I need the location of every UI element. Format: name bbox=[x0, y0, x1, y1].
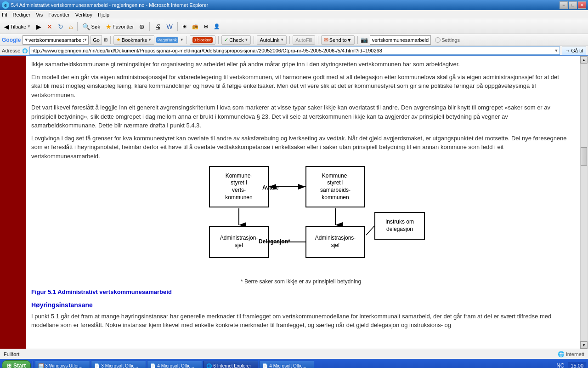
autolink-arrow-icon: ▼ bbox=[280, 38, 284, 42]
menubar: Fil Rediger Vis Favoritter Verktøy Hjelp bbox=[0, 10, 588, 19]
forward-button[interactable]: ▶ bbox=[34, 21, 44, 33]
blocked-badge: 3 blocked bbox=[192, 37, 213, 43]
toolbar-more-button[interactable]: ⊞ bbox=[180, 21, 189, 33]
print-button[interactable]: 🖨 bbox=[152, 21, 163, 33]
autolink-button[interactable]: AutoLink ▼ bbox=[257, 35, 287, 45]
box-admin-sam: Administrasjons- sjef bbox=[305, 226, 365, 258]
forward-icon: ▶ bbox=[36, 23, 41, 30]
box-kommunestyret-verts: Kommune- styret i verts- kommunen bbox=[209, 166, 269, 207]
google-right-search-box[interactable]: vertskommunesamarbeid bbox=[370, 35, 431, 45]
word-button[interactable]: W bbox=[164, 21, 175, 33]
toolbar-separator-1 bbox=[77, 22, 78, 31]
google-options-icon[interactable]: ⊞ bbox=[104, 37, 107, 42]
box-kommunestyret-sam: Kommune- styret i samarbeids- kommunen bbox=[305, 166, 365, 207]
search-icon: 🔍 bbox=[82, 23, 90, 30]
goto-button[interactable]: → Gå til bbox=[562, 46, 586, 55]
google-logo: Google bbox=[2, 37, 21, 43]
taskbar-label-3: 6 Internet Explorer bbox=[213, 363, 251, 368]
box-instruks: Instruks om delegasjon bbox=[374, 212, 425, 240]
history-button[interactable]: ⊕ bbox=[137, 21, 147, 33]
titlebar: e 5.4 Administrativt vertskommunesamarbe… bbox=[0, 0, 588, 10]
taskbar-label-0: 3 Windows Utfor... bbox=[45, 363, 82, 368]
taskbar-icon-4: 📄 bbox=[262, 363, 268, 368]
media-icon: 📻 bbox=[192, 23, 198, 29]
toolbar-media-button[interactable]: 📻 bbox=[190, 21, 201, 33]
sendto-button[interactable]: ✉ Send to▼ bbox=[321, 35, 355, 45]
settings-button[interactable]: Settings bbox=[433, 35, 462, 45]
close-button[interactable]: ✕ bbox=[578, 1, 586, 9]
bookmarks-label: Bookmarks bbox=[122, 37, 147, 43]
stop-button[interactable]: ✕ bbox=[45, 21, 55, 33]
menu-verktoy[interactable]: Verktøy bbox=[75, 12, 92, 17]
taskbar-right: NC 15:00 bbox=[556, 362, 586, 368]
ie-logo-icon: e bbox=[2, 1, 9, 9]
pagerank-badge: PageRank bbox=[156, 37, 178, 43]
blocked-button[interactable]: 3 blocked bbox=[190, 35, 216, 45]
address-dropdown-icon[interactable]: ▼ bbox=[554, 48, 558, 53]
google-toolbar-sep-7 bbox=[357, 36, 358, 44]
bookmarks-button[interactable]: ★ Bookmarks ▼ bbox=[113, 35, 154, 45]
scroll-track[interactable] bbox=[580, 63, 588, 341]
toolbar-user-button[interactable]: 👤 bbox=[211, 21, 222, 33]
taskbar-item-3[interactable]: 🌐 6 Internet Explorer bbox=[203, 361, 258, 368]
sendto-label: Send to▼ bbox=[329, 37, 352, 43]
bookmarks-star-icon: ★ bbox=[116, 37, 121, 43]
search-arrow-icon[interactable]: ▼ bbox=[84, 38, 87, 42]
refresh-button[interactable]: ↻ bbox=[56, 21, 66, 33]
address-lock-icon: 🌐 bbox=[22, 48, 28, 53]
home-button[interactable]: ⌂ bbox=[67, 21, 75, 33]
start-label: Start bbox=[13, 362, 26, 368]
taskbar-separator bbox=[33, 361, 33, 368]
start-button[interactable]: ⊞ Start bbox=[2, 360, 31, 368]
bookmarks-arrow-icon: ▼ bbox=[148, 38, 152, 42]
taskbar-item-1[interactable]: 📄 3 Microsoft Offic... bbox=[91, 361, 146, 368]
menu-hjelp[interactable]: Hjelp bbox=[98, 12, 109, 17]
google-go-button[interactable]: Go bbox=[90, 35, 102, 45]
titlebar-title: 5.4 Administrativt vertskommunesamarbeid… bbox=[11, 2, 208, 8]
avtale-label: Avtale bbox=[262, 184, 279, 192]
red-sidebar bbox=[0, 56, 26, 349]
pagerank-arrow-icon[interactable]: ▼ bbox=[180, 38, 184, 42]
diagram-container: Kommune- styret i verts- kommunen Kommun… bbox=[31, 166, 571, 272]
favorites-label: Favoritter bbox=[113, 24, 134, 29]
menu-favoritter[interactable]: Favoritter bbox=[48, 12, 69, 17]
box-admin-verts-label: Administrasjon- sjef bbox=[220, 235, 258, 249]
taskbar-item-2[interactable]: 📄 4 Microsoft Offic... bbox=[147, 361, 202, 368]
google-search-input[interactable] bbox=[28, 37, 84, 43]
minimize-button[interactable]: − bbox=[560, 1, 568, 9]
menu-vis[interactable]: Vis bbox=[36, 12, 43, 17]
paragraph-2: Ein modell der ein går via eigen adminis… bbox=[31, 73, 571, 100]
main-content: Ikkje samarbeidskommunane gi retningslin… bbox=[26, 56, 580, 349]
box-admin-sam-label: Administrasjons- sjef bbox=[315, 235, 356, 249]
taskbar-icon-0: 🪟 bbox=[38, 363, 44, 368]
google-toolbar-sep-1 bbox=[110, 36, 111, 44]
back-button[interactable]: ◀ Tilbake ▼ bbox=[2, 21, 33, 33]
menu-fil[interactable]: Fil bbox=[2, 12, 7, 17]
maximize-button[interactable]: □ bbox=[569, 1, 577, 9]
scroll-thumb[interactable] bbox=[581, 147, 587, 166]
toolbar-separator-2 bbox=[149, 22, 150, 31]
toolbar-grid-button[interactable]: ⊞ bbox=[202, 21, 210, 33]
taskbar-item-4[interactable]: 📄 4 Microsoft Offic... bbox=[259, 361, 314, 368]
search-button[interactable]: 🔍 Søk bbox=[80, 21, 102, 33]
addressbar: Adresse 🌐 ▼ → Gå til bbox=[0, 46, 588, 56]
taskbar-icon-3: 🌐 bbox=[206, 363, 212, 368]
search-label: Søk bbox=[91, 24, 100, 29]
delegasjon-label: Delegasjon* bbox=[259, 237, 290, 246]
systray-icon-nc[interactable]: NC bbox=[556, 362, 564, 368]
favorites-button[interactable]: ★ Favoritter bbox=[103, 21, 136, 33]
diagram-caption: * Berre saker som ikkje er av prinsipiel… bbox=[31, 277, 571, 286]
menu-rediger[interactable]: Rediger bbox=[13, 12, 31, 17]
address-input-wrap: ▼ bbox=[29, 46, 560, 55]
scroll-down-button[interactable]: ▼ bbox=[580, 341, 588, 349]
windows-logo-icon: ⊞ bbox=[7, 362, 11, 368]
google-toolbar-sep-3 bbox=[218, 36, 219, 44]
check-button[interactable]: ✓ Check ▼ bbox=[221, 35, 251, 45]
taskbar-item-0[interactable]: 🪟 3 Windows Utfor... bbox=[35, 361, 90, 368]
google-dropdown-icon[interactable]: ▼ bbox=[24, 37, 28, 42]
check-arrow-icon: ▼ bbox=[244, 38, 248, 42]
autofill-button[interactable]: AutoFill bbox=[293, 35, 315, 45]
scroll-up-button[interactable]: ▲ bbox=[580, 56, 588, 63]
address-input[interactable] bbox=[31, 48, 554, 53]
print-icon: 🖨 bbox=[154, 23, 161, 30]
